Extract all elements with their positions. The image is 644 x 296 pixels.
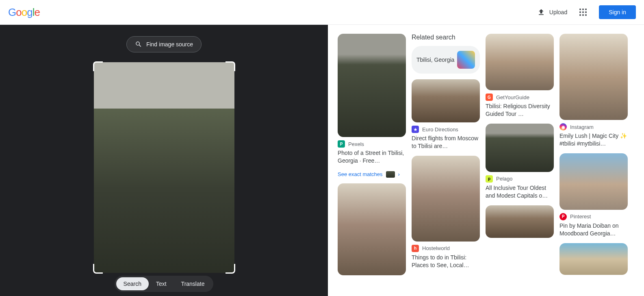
result-thumb [559,34,628,120]
sign-in-button[interactable]: Sign in [599,5,636,19]
mode-text[interactable]: Text [149,277,174,290]
crop-handle-br[interactable] [226,264,235,274]
related-chip-label: Tbilisi, Georgia [416,57,454,63]
crop-handle-bl[interactable] [93,264,103,274]
result-title: Things to do in Tbilisi: Places to See, … [412,254,480,269]
upload-icon [537,8,545,16]
related-block: Related search Tbilisi, Georgia [412,34,480,74]
pinterest-icon: P [559,213,567,220]
result-title: Photo of a Street in Tbilisi, Georgia · … [338,149,406,165]
result-c2r2[interactable]: h Hostelworld Things to do in Tbilisi: P… [412,156,480,269]
result-title: Emily Lush | Magic City ✨ #tbilisi #mytb… [559,132,628,148]
result-title: All Inclusive Tour Oldest and Modest Cap… [486,184,554,200]
result-thumb [338,34,406,137]
result-c3r3[interactable] [486,205,554,238]
find-source-label: Find image source [146,41,193,48]
related-chip-thumb [457,51,475,69]
google-logo[interactable]: Google [8,6,40,19]
result-thumb [559,243,628,275]
exact-thumb-icon [386,171,395,178]
mode-translate[interactable]: Translate [174,277,212,290]
header: Google Upload Sign in [0,0,644,25]
result-thumb [486,205,554,238]
see-exact-matches[interactable]: See exact matches › [338,171,406,178]
upload-button[interactable]: Upload [537,8,567,16]
find-image-source-button[interactable]: Find image source [126,36,202,52]
result-title: Tbilisi: Religious Diversity Guided Tour… [486,102,554,118]
image-panel: Find image source Search Text Translate [0,25,328,296]
related-search-chip[interactable]: Tbilisi, Georgia [412,46,480,74]
result-c1r1[interactable]: P Pexels Photo of a Street in Tbilisi, G… [338,34,406,165]
chevron-right-icon: › [398,171,400,177]
result-title: Pin by Maria Doiban on Moodboard Georgia… [559,222,628,237]
result-c3r1[interactable]: G GetYourGuide Tbilisi: Religious Divers… [486,34,554,118]
query-image[interactable] [94,62,234,273]
crop-handle-tl[interactable] [93,61,103,71]
result-c4r1[interactable]: ◉ Instagram Emily Lush | Magic City ✨ #t… [559,34,628,148]
result-source: Instagram [570,124,594,130]
results-panel: P Pexels Photo of a Street in Tbilisi, G… [328,25,644,296]
result-c3r2[interactable]: p Pelago All Inclusive Tour Oldest and M… [486,124,554,200]
result-title: Direct flights from Moscow to Tbilisi ar… [412,135,480,150]
result-thumb [412,79,480,122]
result-source: Pexels [348,141,364,147]
result-source: GetYourGuide [496,94,529,100]
result-source: Hostelworld [422,245,450,251]
euro-directions-icon: ★ [412,126,419,133]
result-source: Euro Directions [422,126,458,133]
result-c2r1[interactable]: ★ Euro Directions Direct flights from Mo… [412,79,480,150]
result-thumb [559,153,628,210]
result-source: Pelago [496,176,512,182]
getyourguide-icon: G [486,94,493,101]
related-heading: Related search [412,34,480,41]
search-image-icon [135,41,142,48]
result-thumb [486,124,554,172]
hostelworld-icon: h [412,245,419,252]
result-thumb [412,156,480,242]
result-c1r2[interactable] [338,183,406,275]
google-apps-icon[interactable] [575,4,591,20]
result-c4r3[interactable] [559,243,628,275]
result-thumb [338,183,406,275]
pelago-icon: p [486,175,493,183]
crop-handle-tr[interactable] [226,61,235,71]
result-thumb [486,34,554,90]
result-source: Pinterest [570,213,591,220]
upload-label: Upload [549,9,567,15]
mode-search[interactable]: Search [116,277,149,290]
result-c4r2[interactable]: P Pinterest Pin by Maria Doiban on Moodb… [559,153,628,237]
instagram-icon: ◉ [559,123,567,131]
mode-switcher: Search Text Translate [115,276,214,292]
pexels-icon: P [338,140,345,148]
